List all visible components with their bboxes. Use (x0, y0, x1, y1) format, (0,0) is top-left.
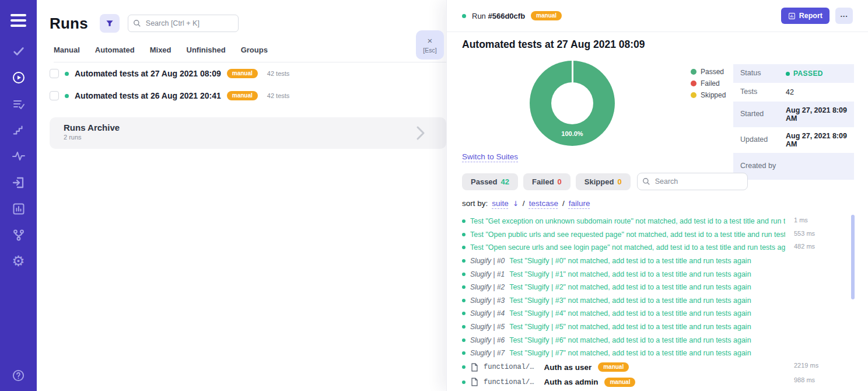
passed-dot (462, 299, 466, 302)
test-row[interactable]: Slugify | #7 Test "Slugify | #7" not mat… (462, 347, 850, 360)
passed-dot (462, 219, 466, 223)
activity-icon[interactable] (11, 149, 26, 164)
test-row[interactable]: Slugify | #0 Test "Slugify | #0" not mat… (462, 254, 850, 268)
runs-archive-card[interactable]: Runs Archive 2 runs (50, 117, 446, 149)
started-value: Aug 27, 2021 8:09 AM (786, 106, 847, 123)
test-row[interactable]: Test "Open public urls and see requested… (462, 228, 850, 242)
run-checkbox[interactable] (50, 91, 59, 100)
suite-prefix: Slugify | #0 (470, 257, 505, 265)
funnel-icon (105, 19, 114, 28)
tab-manual[interactable]: Manual (54, 46, 80, 54)
check-icon[interactable] (11, 44, 26, 59)
summary-row-created-by: Created by (733, 153, 854, 180)
report-chart-icon (788, 12, 796, 20)
passed-dot (462, 338, 466, 342)
list-check-icon[interactable] (11, 96, 26, 111)
gear-icon[interactable]: ⚙ (11, 254, 26, 269)
tests-search-input[interactable] (637, 173, 748, 190)
steps-icon[interactable] (11, 123, 26, 138)
test-row[interactable]: Slugify | #4 Test "Slugify | #4" not mat… (462, 307, 850, 320)
skipped-filter-button[interactable]: Skipped 0 (576, 173, 631, 190)
passed-dot (462, 233, 466, 236)
test-row[interactable]: Slugify | #1 Test "Slugify | #1" not mat… (462, 267, 850, 281)
test-row[interactable]: Slugify | #6 Test "Slugify | #6" not mat… (462, 333, 850, 347)
sidebar-nav: ⚙ (0, 44, 37, 269)
passed-dot (462, 273, 466, 276)
search-icon (642, 177, 650, 186)
scrollbar-thumb[interactable] (851, 215, 855, 299)
run-detail-header: Run #566d0cfb manual Report ··· (447, 0, 868, 32)
passed-dot (691, 69, 696, 75)
bar-chart-icon[interactable] (11, 201, 26, 217)
tab-automated[interactable]: Automated (95, 46, 135, 54)
run-test-count: 42 tests (267, 92, 290, 99)
test-case-row[interactable]: functional/… Auth as user manual 2219 ms (462, 360, 850, 375)
suite-prefix: Slugify | #1 (470, 270, 505, 278)
run-detail-drawer: Run #566d0cfb manual Report ··· Automate… (446, 0, 868, 391)
branch-icon[interactable] (11, 228, 26, 243)
test-row[interactable]: Slugify | #2 Test "Slugify | #2" not mat… (462, 281, 850, 294)
chevron-right-icon (416, 125, 425, 141)
test-row[interactable]: Slugify | #5 Test "Slugify | #5" not mat… (462, 320, 850, 334)
sort-direction-icon[interactable]: ↓ (513, 200, 519, 208)
donut-gap (572, 61, 573, 82)
passed-filter-button[interactable]: Passed 42 (462, 173, 518, 190)
failed-dot (691, 81, 696, 86)
help-icon[interactable] (11, 368, 26, 383)
failed-filter-button[interactable]: Failed 0 (523, 173, 570, 190)
sign-in-icon[interactable] (11, 175, 26, 190)
manual-badge: manual (531, 11, 562, 20)
report-label: Report (799, 12, 822, 20)
passed-count: 42 (501, 177, 509, 186)
test-duration: 2219 ms (794, 362, 818, 369)
close-drawer-button[interactable]: × [Esc] (416, 30, 444, 60)
search-icon (133, 19, 141, 27)
test-row[interactable]: Test "Get exception on unknown subdomain… (462, 215, 850, 228)
legend-item-skipped: Skipped (691, 91, 726, 99)
test-row[interactable]: Slugify | #3 Test "Slugify | #3" not mat… (462, 294, 850, 308)
failed-count: 0 (558, 177, 562, 186)
run-detail-title: Automated tests at 27 Aug 2021 08:09 (462, 39, 645, 51)
sort-testcase-link[interactable]: testcase (529, 199, 558, 208)
report-button[interactable]: Report (781, 8, 830, 24)
run-list-item[interactable]: Automated tests at 26 Aug 2021 20:41 man… (37, 85, 446, 107)
runs-panel: Runs Manual Automated Mixed Unfinished G… (37, 0, 446, 391)
tab-unfinished[interactable]: Unfinished (187, 46, 226, 54)
sort-controls: sort by: suite ↓ / testcase / failure (462, 199, 590, 208)
results-donut-chart: 100.0% (530, 61, 615, 146)
skipped-count: 0 (617, 177, 621, 186)
test-row[interactable]: Test "Open secure urls and see login pag… (462, 241, 850, 254)
archive-title: Runs Archive (64, 123, 446, 132)
run-title: Automated tests at 27 Aug 2021 08:09 (75, 69, 221, 78)
run-list-item[interactable]: Automated tests at 27 Aug 2021 08:09 man… (37, 62, 446, 85)
suite-prefix: Slugify | #6 (470, 336, 505, 344)
passed-dot (462, 325, 466, 329)
status-dot (462, 14, 466, 18)
updated-value: Aug 27, 2021 8:09 AM (786, 132, 847, 148)
more-actions-button[interactable]: ··· (835, 8, 853, 24)
run-checkbox[interactable] (50, 69, 59, 78)
sort-suite-link[interactable]: suite (492, 199, 509, 208)
run-title: Automated tests at 26 Aug 2021 20:41 (75, 91, 221, 100)
switch-to-suites-link[interactable]: Switch to Suites (462, 152, 518, 161)
play-circle-icon[interactable] (11, 70, 26, 85)
tab-mixed[interactable]: Mixed (150, 46, 172, 54)
passed-dot (462, 380, 466, 384)
runs-tabs: Manual Automated Mixed Unfinished Groups (54, 46, 446, 62)
passed-dot (462, 246, 466, 249)
test-duration: 1 ms (794, 217, 808, 224)
suite-prefix: Slugify | #3 (470, 296, 505, 305)
passed-dot (462, 312, 466, 315)
suite-prefix: Slugify | #7 (470, 349, 505, 357)
tab-groups[interactable]: Groups (241, 46, 268, 54)
suite-prefix: Slugify | #5 (470, 323, 505, 331)
case-path: functional/… (484, 378, 534, 386)
passed-dot (462, 351, 466, 355)
runs-search-input[interactable] (128, 15, 239, 32)
sort-failure-link[interactable]: failure (569, 199, 590, 208)
filter-button[interactable] (100, 14, 120, 33)
menu-icon[interactable] (10, 14, 26, 30)
test-case-row[interactable]: functional/… Auth as admin manual 988 ms (462, 375, 850, 390)
donut-hole (551, 82, 593, 124)
tests-value: 42 (786, 88, 794, 96)
